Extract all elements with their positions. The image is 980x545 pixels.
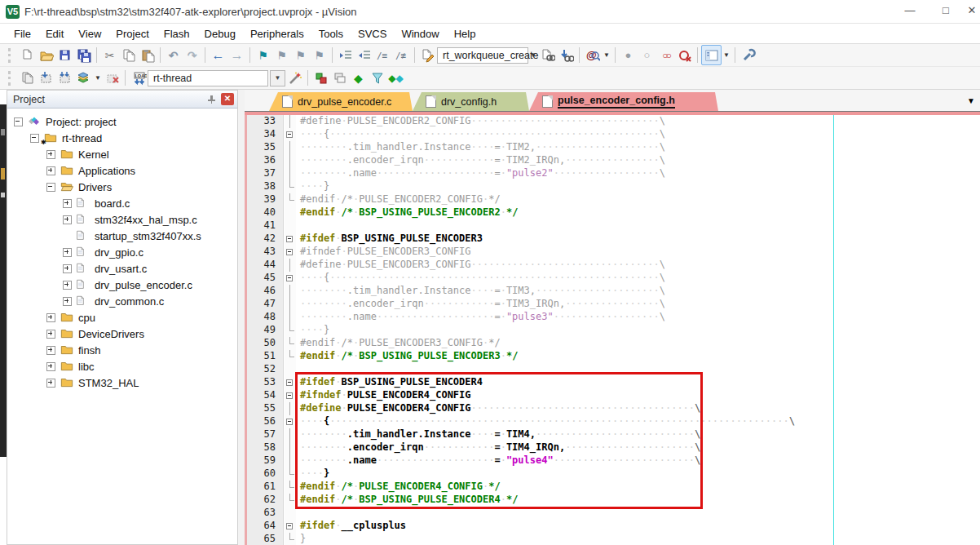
panel-splitter[interactable] bbox=[238, 90, 245, 545]
tree-expander-minus-icon[interactable] bbox=[30, 134, 39, 143]
tree-expander-plus-icon[interactable] bbox=[63, 248, 72, 257]
menu-file[interactable]: File bbox=[7, 25, 38, 42]
tree-expander-plus-icon[interactable] bbox=[63, 281, 72, 290]
menu-view[interactable]: View bbox=[71, 25, 108, 42]
quick-find-button[interactable]: @ bbox=[583, 46, 602, 64]
search-files-button[interactable] bbox=[538, 46, 557, 64]
fold-collapse-icon[interactable] bbox=[285, 389, 296, 402]
tree-expander-plus-icon[interactable] bbox=[63, 297, 72, 306]
target-options-button[interactable] bbox=[285, 69, 304, 87]
find-text-dropdown-icon[interactable]: ▼ bbox=[528, 46, 538, 64]
bookmark-prev-button[interactable]: ⚑ bbox=[291, 46, 310, 64]
tree-item-stm32f4xx-hal-msp-c[interactable]: stm32f4xx_hal_msp.c bbox=[7, 211, 237, 228]
paste-button[interactable] bbox=[138, 46, 157, 64]
target-select-dropdown-icon[interactable]: ▼ bbox=[270, 70, 285, 86]
tree-expander-plus-icon[interactable] bbox=[46, 313, 55, 322]
download-load-button[interactable]: LOAD bbox=[129, 69, 148, 87]
configure-tools-button[interactable] bbox=[739, 46, 757, 64]
menu-edit[interactable]: Edit bbox=[38, 25, 71, 42]
maximize-button[interactable]: □ bbox=[928, 0, 964, 23]
code-fold-column[interactable] bbox=[285, 115, 296, 545]
batch-build-button[interactable] bbox=[74, 69, 93, 87]
tree-item-drv-usart-c[interactable]: drv_usart.c bbox=[7, 260, 237, 277]
target-select-combobox[interactable]: rt-thread bbox=[148, 70, 268, 86]
tree-expander-plus-icon[interactable] bbox=[46, 150, 55, 159]
menu-project[interactable]: Project bbox=[108, 25, 156, 42]
menu-tools[interactable]: Tools bbox=[311, 25, 351, 42]
bookmark-next-button[interactable]: ⚑ bbox=[272, 46, 291, 64]
breakpoint-kill-all-button[interactable] bbox=[675, 46, 694, 64]
menu-help[interactable]: Help bbox=[447, 25, 483, 42]
tree-expander-plus-icon[interactable] bbox=[63, 215, 72, 224]
fold-collapse-icon[interactable] bbox=[285, 272, 296, 285]
indent-button[interactable] bbox=[336, 46, 355, 64]
fold-collapse-icon[interactable] bbox=[285, 415, 296, 428]
function-editor-button[interactable]: ◆ bbox=[349, 69, 368, 87]
tree-item-drivers[interactable]: Drivers bbox=[7, 179, 237, 195]
tree-expander-plus-icon[interactable] bbox=[46, 379, 55, 388]
uncomment-selection-button[interactable]: /≢ bbox=[392, 46, 411, 64]
copy-button[interactable] bbox=[119, 46, 138, 64]
fold-collapse-icon[interactable] bbox=[285, 520, 296, 533]
rebuild-all-button[interactable] bbox=[55, 69, 74, 87]
tree-expander-minus-icon[interactable] bbox=[14, 117, 23, 126]
bookmark-clear-all-button[interactable]: ⚑ bbox=[310, 46, 329, 64]
translate-file-button[interactable] bbox=[18, 69, 37, 87]
breakpoint-enable-disable-button[interactable]: ○ bbox=[638, 46, 656, 64]
tree-item-finsh[interactable]: finsh bbox=[7, 342, 237, 358]
code-editor[interactable]: 3334353637383940414243444546474849505152… bbox=[245, 115, 980, 545]
window-layout-dropdown-icon[interactable]: ▼ bbox=[722, 46, 731, 64]
tree-item-drv-common-c[interactable]: drv_common.c bbox=[7, 293, 237, 309]
tree-expander-plus-icon[interactable] bbox=[63, 199, 72, 208]
tree-item-rt-thread[interactable]: ✱rt-thread bbox=[7, 130, 237, 146]
tree-item-board-c[interactable]: board.c bbox=[7, 195, 237, 211]
project-panel-close-button[interactable]: ✕ bbox=[221, 93, 234, 105]
menu-window[interactable]: Window bbox=[394, 25, 446, 42]
window-layout-button[interactable] bbox=[701, 45, 722, 65]
build-target-button[interactable] bbox=[37, 69, 55, 87]
tree-expander-plus-icon[interactable] bbox=[46, 166, 55, 175]
file-extensions-filter-button[interactable] bbox=[368, 69, 386, 87]
tree-item-libc[interactable]: libc bbox=[7, 358, 237, 374]
tree-item-drv-pulse-encoder-c[interactable]: drv_pulse_encoder.c bbox=[7, 277, 237, 293]
tree-expander-plus-icon[interactable] bbox=[46, 362, 55, 371]
breakpoint-toggle-button[interactable]: ● bbox=[619, 46, 638, 64]
tree-expander-plus-icon[interactable] bbox=[46, 346, 55, 355]
cut-button[interactable]: ✂ bbox=[100, 46, 119, 64]
minimize-button[interactable]: — bbox=[892, 0, 928, 23]
comment-selection-button[interactable]: /≡ bbox=[373, 46, 392, 64]
incremental-find-button[interactable] bbox=[557, 46, 576, 64]
find-text-combobox[interactable]: rt_workqueue_create bbox=[437, 47, 528, 64]
navigate-back-button[interactable]: ← bbox=[209, 46, 227, 64]
editor-tab-drv-pulse-encoder-c[interactable]: drv_pulse_encoder.c bbox=[269, 92, 413, 111]
manage-books-button[interactable]: ◆◆ bbox=[386, 69, 405, 87]
open-file-button[interactable] bbox=[37, 46, 55, 64]
fold-collapse-icon[interactable] bbox=[285, 128, 296, 141]
save-all-button[interactable] bbox=[74, 46, 93, 64]
undo-button[interactable]: ↶ bbox=[164, 46, 183, 64]
editor-tab-drv-config-h[interactable]: drv_config.h bbox=[413, 92, 529, 111]
tree-item-drv-gpio-c[interactable]: drv_gpio.c bbox=[7, 244, 237, 260]
save-file-button[interactable] bbox=[55, 46, 74, 64]
fold-collapse-icon[interactable] bbox=[285, 246, 296, 259]
tree-expander-minus-icon[interactable] bbox=[46, 183, 55, 192]
manage-rte-button[interactable] bbox=[311, 69, 330, 87]
tree-item-applications[interactable]: Applications bbox=[7, 162, 237, 179]
menu-svcs[interactable]: SVCS bbox=[351, 25, 394, 42]
stop-build-button[interactable] bbox=[103, 69, 121, 87]
quick-find-dropdown-icon[interactable]: ▼ bbox=[602, 46, 611, 64]
menu-flash[interactable]: Flash bbox=[157, 25, 197, 42]
menu-peripherals[interactable]: Peripherals bbox=[243, 25, 311, 42]
fold-collapse-icon[interactable] bbox=[285, 233, 296, 246]
tree-item-stm32-hal[interactable]: STM32_HAL bbox=[7, 374, 237, 391]
redo-button[interactable]: ↷ bbox=[183, 46, 201, 64]
new-file-button[interactable] bbox=[18, 46, 37, 64]
tree-item-project-project[interactable]: Project: project bbox=[7, 113, 237, 130]
editor-tab-pulse-encoder-config-h[interactable]: pulse_encoder_config.h bbox=[529, 92, 718, 111]
tree-item-cpu[interactable]: cpu bbox=[7, 309, 237, 326]
unindent-button[interactable] bbox=[355, 46, 373, 64]
find-in-files-button[interactable] bbox=[418, 46, 437, 64]
copy-all-windows-button[interactable] bbox=[330, 69, 349, 87]
tree-item-devicedrivers[interactable]: DeviceDrivers bbox=[7, 326, 237, 342]
menu-debug[interactable]: Debug bbox=[197, 25, 243, 42]
